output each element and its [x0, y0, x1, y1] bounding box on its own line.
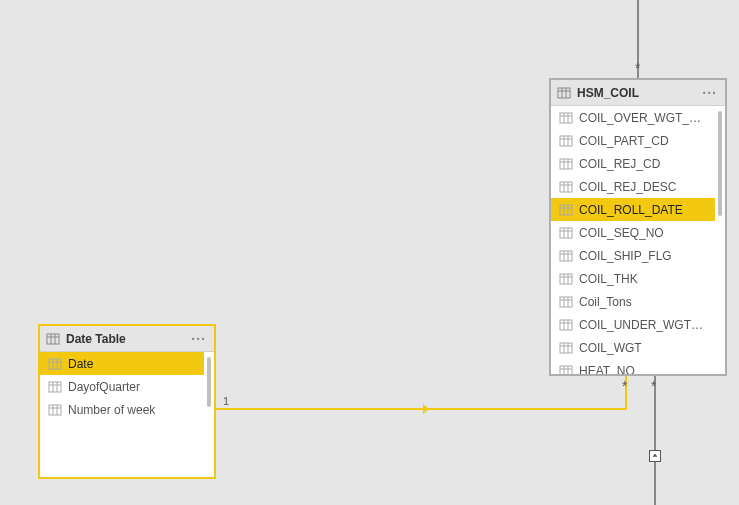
field-row-coil-rej-desc[interactable]: COIL_REJ_DESC — [551, 175, 715, 198]
table-icon — [46, 332, 60, 346]
filter-direction-icon — [649, 450, 661, 462]
svg-rect-28 — [560, 159, 572, 169]
field-row-heat-no[interactable]: HEAT_NO — [551, 359, 715, 374]
column-icon — [559, 111, 573, 125]
field-label: Number of week — [68, 403, 196, 417]
svg-rect-4 — [49, 359, 61, 369]
field-list: COIL_OVER_WGT_FLGCOIL_PART_CDCOIL_REJ_CD… — [551, 106, 725, 374]
field-row-coil-tons[interactable]: Coil_Tons — [551, 290, 715, 313]
field-label: COIL_REJ_CD — [579, 157, 707, 171]
field-label: DayofQuarter — [68, 380, 196, 394]
field-label: COIL_THK — [579, 272, 707, 286]
field-label: COIL_PART_CD — [579, 134, 707, 148]
svg-rect-0 — [47, 334, 59, 344]
table-title: HSM_COIL — [577, 86, 700, 100]
column-icon — [559, 341, 573, 355]
field-label: COIL_WGT — [579, 341, 707, 355]
field-row-coil-rej-cd[interactable]: COIL_REJ_CD — [551, 152, 715, 175]
field-row-number-of-week[interactable]: Number of week — [40, 398, 204, 421]
field-row-coil-part-cd[interactable]: COIL_PART_CD — [551, 129, 715, 152]
cardinality-star-top-a: * — [635, 60, 640, 76]
more-options-icon[interactable]: ··· — [189, 334, 208, 344]
field-row-coil-over-wgt-flg[interactable]: COIL_OVER_WGT_FLG — [551, 106, 715, 129]
svg-rect-8 — [49, 382, 61, 392]
field-row-coil-ship-flg[interactable]: COIL_SHIP_FLG — [551, 244, 715, 267]
field-label: COIL_OVER_WGT_FLG — [579, 111, 707, 125]
svg-rect-20 — [560, 113, 572, 123]
svg-rect-44 — [560, 251, 572, 261]
field-label: COIL_REJ_DESC — [579, 180, 707, 194]
field-list: DateDayofQuarterNumber of week — [40, 352, 214, 477]
svg-rect-56 — [560, 320, 572, 330]
column-icon — [559, 134, 573, 148]
cardinality-one: 1 — [223, 395, 229, 407]
svg-rect-48 — [560, 274, 572, 284]
column-icon — [48, 357, 62, 371]
column-icon — [559, 203, 573, 217]
column-icon — [48, 403, 62, 417]
field-label: COIL_SHIP_FLG — [579, 249, 707, 263]
field-label: COIL_ROLL_DATE — [579, 203, 707, 217]
cardinality-star-bottom-b: * — [622, 378, 627, 394]
table-title: Date Table — [66, 332, 189, 346]
scrollbar-thumb[interactable] — [718, 111, 722, 216]
svg-rect-24 — [560, 136, 572, 146]
column-icon — [48, 380, 62, 394]
column-icon — [559, 226, 573, 240]
field-row-date[interactable]: Date — [40, 352, 204, 375]
field-row-coil-roll-date[interactable]: COIL_ROLL_DATE — [551, 198, 715, 221]
field-label: Date — [68, 357, 196, 371]
column-icon — [559, 249, 573, 263]
table-card-date-table[interactable]: Date Table ··· DateDayofQuarterNumber of… — [38, 324, 216, 479]
column-icon — [559, 318, 573, 332]
cardinality-star-bottom: * — [651, 378, 656, 394]
svg-rect-16 — [558, 88, 570, 98]
table-card-hsm-coil[interactable]: HSM_COIL ··· COIL_OVER_WGT_FLGCOIL_PART_… — [549, 78, 727, 376]
field-row-coil-under-wgt-flg[interactable]: COIL_UNDER_WGT_FLG — [551, 313, 715, 336]
svg-rect-60 — [560, 343, 572, 353]
field-row-coil-wgt[interactable]: COIL_WGT — [551, 336, 715, 359]
field-row-coil-thk[interactable]: COIL_THK — [551, 267, 715, 290]
svg-rect-32 — [560, 182, 572, 192]
svg-rect-12 — [49, 405, 61, 415]
column-icon — [559, 180, 573, 194]
field-label: COIL_UNDER_WGT_FLG — [579, 318, 707, 332]
field-label: Coil_Tons — [579, 295, 707, 309]
more-options-icon[interactable]: ··· — [700, 88, 719, 98]
field-label: HEAT_NO — [579, 364, 707, 375]
field-label: COIL_SEQ_NO — [579, 226, 707, 240]
svg-rect-52 — [560, 297, 572, 307]
relationship-line-h-left[interactable] — [216, 408, 625, 410]
field-row-coil-seq-no[interactable]: COIL_SEQ_NO — [551, 221, 715, 244]
relationship-line-bottom — [654, 376, 656, 505]
column-icon — [559, 364, 573, 375]
relationship-arrow-icon — [423, 404, 429, 414]
svg-rect-36 — [560, 205, 572, 215]
scrollbar-thumb[interactable] — [207, 357, 211, 407]
column-icon — [559, 295, 573, 309]
column-icon — [559, 272, 573, 286]
table-header[interactable]: HSM_COIL ··· — [551, 80, 725, 106]
column-icon — [559, 157, 573, 171]
svg-rect-64 — [560, 366, 572, 375]
table-icon — [557, 86, 571, 100]
table-header[interactable]: Date Table ··· — [40, 326, 214, 352]
svg-rect-40 — [560, 228, 572, 238]
field-row-dayofquarter[interactable]: DayofQuarter — [40, 375, 204, 398]
